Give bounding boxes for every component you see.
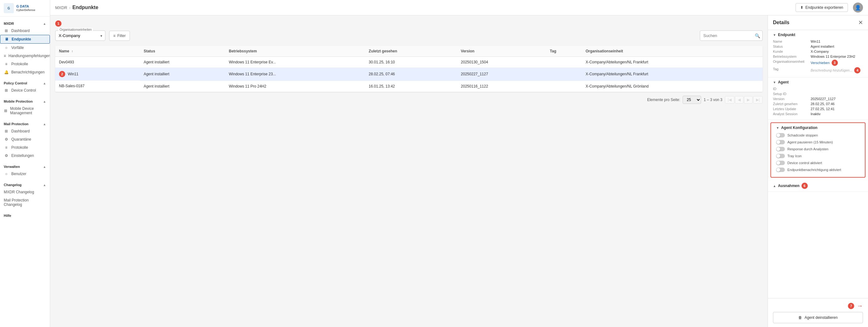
spacer — [768, 192, 868, 298]
badge-4: 4 — [854, 67, 861, 73]
sidebar-item-device-control[interactable]: ⊞ Device Control — [0, 86, 50, 94]
breadcrumb-separator: › — [69, 5, 70, 10]
detail-row-version: Version 20250227_1127 — [773, 97, 863, 101]
export-button[interactable]: ⬆ Endpunkte exportieren — [796, 3, 848, 12]
detail-row-betriebssystem: Betriebssystem Windows 11 Enterprise 23H… — [773, 55, 863, 58]
page-range: 1 – 3 von 3 — [704, 98, 722, 102]
sidebar-item-mobile-device[interactable]: ⊞ Mobile Device Management — [0, 105, 50, 117]
org-select-wrapper: Organisationseinheiten X-Company ▼ — [55, 30, 105, 41]
items-per-page-select[interactable]: 25 50 100 — [683, 96, 701, 104]
toggle-response-switch[interactable] — [776, 147, 785, 151]
breadcrumb-parent[interactable]: MXDR — [55, 5, 67, 10]
sidebar-section-mail[interactable]: Mail Protection ▲ — [0, 120, 50, 127]
chevron-up-icon: ▲ — [773, 184, 776, 188]
cell-org-unit: X-Company/Abteilungen/NL Grönland — [582, 81, 763, 92]
table-row[interactable]: Dev0493 Agent installiert Windows 11 Ent… — [55, 57, 763, 68]
details-header: Details ✕ — [768, 16, 868, 30]
badge-2: 2 — [59, 71, 65, 77]
sidebar-section-verwalten[interactable]: Verwalten ▲ — [0, 162, 50, 170]
sidebar-item-mail-changelog[interactable]: Mail Protection Changelog — [0, 196, 50, 209]
chevron-down-icon-2: ▼ — [773, 33, 776, 37]
sidebar-item-einstellungen[interactable]: ⚙ Einstellungen — [0, 152, 50, 160]
toggle-schadcode: Schadcode stoppen — [776, 133, 860, 138]
cell-os: Windows 11 Enterprise 23... — [225, 68, 365, 81]
breadcrumb-current: Endpunkte — [72, 5, 98, 10]
table-area: 1 Organisationseinheiten X-Company ▼ ≡ F… — [50, 16, 768, 327]
sidebar-item-benachrichtigungen[interactable]: 🔔 Benachrichtigungen — [0, 68, 50, 76]
org-select-label: Organisationseinheiten — [58, 28, 93, 31]
content-area: 1 Organisationseinheiten X-Company ▼ ≡ F… — [50, 16, 868, 327]
endpunkt-section-header[interactable]: ▼ Endpunkt — [773, 33, 863, 37]
deinstall-button[interactable]: 🗑 Agent deinstallieren — [773, 312, 863, 323]
agent-config-header[interactable]: ▼ Agent Konfiguration — [776, 125, 860, 130]
sidebar-section-mobile[interactable]: Mobile Protection ▲ — [0, 97, 50, 105]
grid-icon-3: ⊞ — [4, 109, 7, 113]
trash-icon: 🗑 — [798, 316, 802, 320]
sidebar-item-dashboard[interactable]: ⊞ Dashboard — [0, 27, 50, 35]
cell-last-seen: 16.01.25, 13:42 — [365, 81, 457, 92]
sidebar-item-endpunkte[interactable]: 🖥 Endpunkte — [0, 35, 50, 43]
detail-row-analyst-session: Analyst Session Inaktiv — [773, 112, 863, 116]
detail-row-kunde: Kunde X-Company — [773, 50, 863, 53]
pagination: Elemente pro Seite: 25 50 100 1 – 3 von … — [55, 92, 763, 108]
prev-page-button[interactable]: ◀ — [735, 96, 743, 103]
search-input[interactable] — [700, 30, 763, 41]
detail-row-tag: Tag Beschreibung hinzufügen... 4 — [773, 67, 863, 73]
chevron-icon-6: ▲ — [43, 183, 46, 187]
agent-section-header[interactable]: ▼ Agent — [773, 80, 863, 84]
agent-config-section: ▼ Agent Konfiguration Schadcode stoppen … — [770, 122, 866, 178]
next-page-button[interactable]: ▶ — [744, 96, 752, 103]
arrow-icon: → — [857, 302, 863, 309]
toggle-schadcode-switch[interactable] — [776, 133, 785, 138]
chevron-down-icon-3: ▼ — [773, 81, 776, 84]
bell-icon: 🔔 — [4, 70, 9, 75]
cell-org-unit: X-Company/Abteilungen/NL Frankfurt — [582, 68, 763, 81]
cell-org-unit: X-Company/Abteilungen/NL Frankfurt — [582, 57, 763, 68]
sidebar-item-vorfalle[interactable]: ○ Vorfälle — [0, 43, 50, 52]
upload-icon: ⬆ — [800, 5, 803, 10]
cell-tag — [546, 81, 582, 92]
col-tag: Tag — [546, 46, 582, 57]
search-button[interactable]: 🔍 — [755, 33, 760, 38]
col-name: Name ↑ — [55, 46, 140, 57]
last-page-button[interactable]: ▶| — [753, 96, 763, 103]
sidebar-item-quarantane[interactable]: ⚙ Quarantäne — [0, 135, 50, 143]
breadcrumb: MXDR › Endpunkte — [55, 5, 98, 10]
sidebar-item-mail-protokolle[interactable]: ≡ Protokolle — [0, 143, 50, 152]
toggle-knob-5 — [776, 161, 780, 165]
detail-row-status: Status Agent installiert — [773, 44, 863, 48]
first-page-button[interactable]: |◀ — [725, 96, 734, 103]
cell-name: NB-Sales-0187 — [55, 81, 140, 92]
toggle-agent-pausieren: Agent pausieren (15 Minuten) — [776, 140, 860, 144]
ausnahmen-header[interactable]: ▲ Ausnahmen 6 — [773, 183, 863, 189]
sidebar-item-handlungsempfehlungen[interactable]: ≡ Handlungsempfehlungen — [0, 52, 50, 60]
grid-icon-2: ⊞ — [4, 88, 9, 93]
toggle-device-control-switch[interactable] — [776, 161, 785, 165]
sidebar-section-mxdr[interactable]: MXDR ▲ — [0, 19, 50, 27]
table-row[interactable]: 2 Win11 Agent installiert Windows 11 Ent… — [55, 68, 763, 81]
toggle-tray-switch[interactable] — [776, 154, 785, 158]
sidebar-item-mxdr-changelog[interactable]: MXDR Changelog — [0, 188, 50, 196]
sidebar-section-hilfe[interactable]: Hilfe — [0, 211, 50, 219]
chevron-down-icon-4: ▼ — [776, 126, 779, 129]
cell-status: Agent installiert — [140, 57, 225, 68]
sidebar-item-mail-dashboard[interactable]: ⊞ Dashboard — [0, 127, 50, 135]
org-select[interactable]: X-Company — [55, 30, 105, 41]
cell-version: 20250227_1127 — [457, 68, 546, 81]
filter-button[interactable]: ≡ Filter — [109, 31, 130, 41]
main-area: MXDR › Endpunkte ⬆ Endpunkte exportieren… — [50, 0, 868, 327]
avatar[interactable]: 👤 — [853, 2, 863, 12]
sidebar-section-changelog[interactable]: Changelog ▲ — [0, 180, 50, 188]
sidebar-item-protokolle[interactable]: ≡ Protokolle — [0, 60, 50, 68]
detail-row-zuletzt-gesehen: Zuletzt gesehen 28.02.25, 07:46 — [773, 102, 863, 106]
close-button[interactable]: ✕ — [858, 19, 863, 26]
toggle-agent-pausieren-switch[interactable] — [776, 140, 785, 144]
col-version: Version — [457, 46, 546, 57]
sidebar-section-policy[interactable]: Policy Control ▲ — [0, 79, 50, 86]
circle-icon: ○ — [4, 46, 9, 50]
sidebar-item-benutzer[interactable]: ○ Benutzer — [0, 170, 50, 178]
table-row[interactable]: NB-Sales-0187 Agent installiert Windows … — [55, 81, 763, 92]
logo-text: G DATA CyberDefense — [16, 4, 35, 12]
cell-tag — [546, 57, 582, 68]
toggle-endpunkt-switch[interactable] — [776, 168, 785, 172]
